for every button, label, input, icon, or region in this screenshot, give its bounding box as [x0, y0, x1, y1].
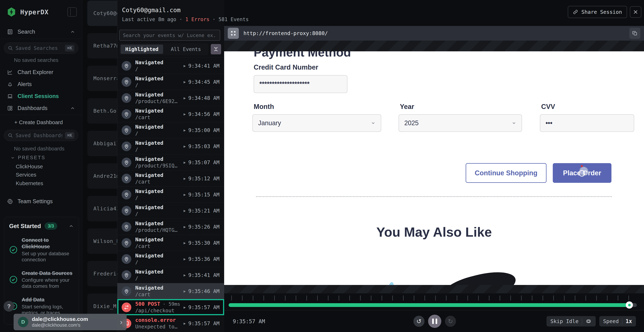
event-row[interactable]: Navigated/product/6E92ZMYYFZ▶9:34:48 AM — [117, 90, 224, 106]
sidebar-item-search[interactable]: Search — [0, 27, 82, 36]
play-from-here-icon[interactable]: ▶ — [184, 144, 186, 148]
event-row[interactable]: console.errorUnexpected token 'I'…▶9:35:… — [117, 315, 224, 331]
session-list-item[interactable]: Alicia42 — [87, 196, 117, 221]
no-saved-dashboards-text: No saved dashboards — [14, 146, 64, 152]
create-dashboard-button[interactable]: + Create Dashboard — [0, 118, 82, 127]
event-row[interactable]: Navigated/product/9SIQT8TOJO▶9:35:07 AM — [117, 154, 224, 170]
collapse-events-button[interactable] — [211, 44, 221, 54]
sidebar-collapse-icon[interactable] — [68, 7, 77, 17]
presets-toggle[interactable]: PRESETS — [10, 155, 46, 160]
event-row[interactable]: 500 POST· 59ms/api/checkout▶9:35:57 AM — [117, 299, 224, 315]
timeline-progress — [228, 303, 629, 307]
play-from-here-icon[interactable]: ▶ — [184, 321, 186, 326]
help-button[interactable]: ? — [4, 301, 14, 312]
get-started-item[interactable]: Connect to ClickHouse Set up your databa… — [9, 237, 74, 263]
session-list-item[interactable]: Beth.Gol — [87, 98, 117, 124]
event-detail: / — [135, 276, 180, 282]
playhead-handle[interactable] — [626, 302, 633, 308]
event-search[interactable] — [119, 30, 220, 41]
event-title: Navigated — [135, 236, 180, 242]
sidebar-item-client-sessions[interactable]: Client Sessions — [0, 92, 82, 101]
also-like-heading: You May Also Like — [224, 224, 644, 240]
event-row[interactable]: Navigated/▶9:34:41 AM — [117, 58, 224, 74]
play-from-here-icon[interactable]: ▶ — [184, 208, 186, 213]
preset-clickhouse[interactable]: ClickHouse — [16, 164, 43, 170]
play-from-here-icon[interactable]: ▶ — [184, 160, 186, 164]
product-image — [388, 282, 395, 285]
session-list-item[interactable]: Abbigail — [87, 131, 117, 156]
play-from-here-icon[interactable]: ▶ — [184, 96, 186, 100]
session-list-item[interactable]: Andre21@ — [87, 163, 117, 189]
session-list-item[interactable]: Monserra — [87, 66, 117, 91]
forward-button[interactable]: ↻ — [445, 316, 456, 327]
timeline-scrubber[interactable] — [228, 303, 637, 307]
year-select[interactable]: 2025 — [398, 114, 522, 132]
saved-searches-search[interactable]: ⌘K — [4, 42, 78, 54]
play-from-here-icon[interactable]: ▶ — [184, 80, 186, 84]
cvv-input[interactable]: ••• — [540, 114, 634, 132]
preset-kubernetes[interactable]: Kubernetes — [16, 180, 43, 186]
close-button[interactable] — [630, 6, 641, 18]
event-row[interactable]: Navigated/▶9:35:15 AM — [117, 186, 224, 202]
play-from-here-icon[interactable]: ▶ — [184, 305, 186, 310]
speed-button[interactable]: Speed 1x — [599, 316, 636, 326]
share-session-label: Share Session — [582, 9, 622, 15]
event-title: console.error — [135, 317, 180, 323]
play-from-here-icon[interactable]: ▶ — [184, 176, 186, 181]
event-row[interactable]: Navigated/product/HQTGWGPNH4▶9:35:26 AM — [117, 218, 224, 235]
sidebar-item-chart-explorer[interactable]: Chart Explorer — [0, 68, 82, 77]
saved-searches-input[interactable] — [16, 45, 62, 51]
expand-icon — [230, 30, 236, 36]
play-from-here-icon[interactable]: ▶ — [184, 289, 186, 293]
event-row[interactable]: Navigated/cart▶9:34:56 AM — [117, 106, 224, 122]
cc-number-input[interactable]: ******************** — [254, 75, 348, 93]
rewind-button[interactable]: ↺ — [414, 316, 424, 327]
event-row[interactable]: Navigated/▶9:35:03 AM — [117, 138, 224, 154]
event-row[interactable]: Navigated/▶9:34:45 AM — [117, 74, 224, 90]
continue-shopping-button[interactable]: Continue Shopping — [466, 163, 546, 183]
get-started-title: Get Started — [9, 223, 41, 230]
event-row[interactable]: Navigated/▶9:35:41 AM — [117, 267, 224, 283]
user-menu[interactable]: D dale@clickhouse.com dale@clickhouse.co… — [14, 314, 127, 330]
play-from-here-icon[interactable]: ▶ — [184, 273, 186, 277]
get-started-item[interactable]: Add Data Start sending logs, metrics, or… — [9, 296, 74, 316]
share-session-button[interactable]: Share Session — [568, 6, 627, 18]
play-from-here-icon[interactable]: ▶ — [184, 225, 186, 229]
saved-dashboards-input[interactable] — [16, 132, 62, 138]
sidebar-item-dashboards[interactable]: Dashboards — [0, 104, 82, 113]
event-row[interactable]: Navigated/cart▶9:35:46 AM — [117, 283, 224, 299]
event-search-input[interactable] — [123, 32, 217, 38]
play-from-here-icon[interactable]: ▶ — [184, 192, 186, 197]
event-row[interactable]: Navigated/cart▶9:35:12 AM — [117, 170, 224, 186]
fullscreen-button[interactable] — [228, 28, 239, 39]
copy-url-button[interactable] — [629, 28, 640, 39]
event-timestamp: ▶9:35:12 AM — [184, 176, 220, 182]
session-list-item[interactable]: Coty60@g — [87, 0, 117, 26]
play-from-here-icon[interactable]: ▶ — [184, 112, 186, 116]
play-from-here-icon[interactable]: ▶ — [184, 64, 186, 68]
play-from-here-icon[interactable]: ▶ — [184, 128, 186, 132]
get-started-header[interactable]: Get Started 3/3 — [9, 222, 74, 230]
sidebar-item-alerts[interactable]: Alerts — [0, 80, 82, 89]
session-list-item[interactable]: Frederic — [87, 261, 117, 286]
play-from-here-icon[interactable]: ▶ — [184, 257, 186, 261]
get-started-item[interactable]: Create Data Sources Configure where your… — [9, 270, 74, 290]
copy-icon — [632, 30, 638, 36]
session-list-item[interactable]: Retha77@ — [87, 33, 117, 58]
pause-button[interactable] — [428, 315, 441, 328]
tab-all-events[interactable]: All Events — [164, 44, 207, 54]
event-row[interactable]: Navigated/▶9:35:00 AM — [117, 122, 224, 138]
month-select[interactable]: January — [252, 114, 381, 132]
saved-dashboards-search[interactable]: ⌘K — [4, 130, 78, 141]
event-row[interactable]: Navigated/cart▶9:35:30 AM — [117, 235, 224, 251]
check-circle-icon — [9, 275, 18, 284]
play-from-here-icon[interactable]: ▶ — [184, 241, 186, 245]
preset-services[interactable]: Services — [16, 172, 36, 178]
skip-idle-toggle[interactable]: Skip Idle — [546, 316, 596, 326]
event-row[interactable]: Navigated/▶9:35:21 AM — [117, 202, 224, 218]
event-row[interactable]: Navigated/▶9:35:36 AM — [117, 251, 224, 267]
sidebar-item-team-settings[interactable]: Team Settings — [0, 197, 82, 206]
tab-highlighted[interactable]: Highlighted — [120, 44, 163, 54]
session-list-item[interactable]: Wilson_H — [87, 228, 117, 254]
skip-idle-label: Skip Idle — [550, 318, 578, 324]
